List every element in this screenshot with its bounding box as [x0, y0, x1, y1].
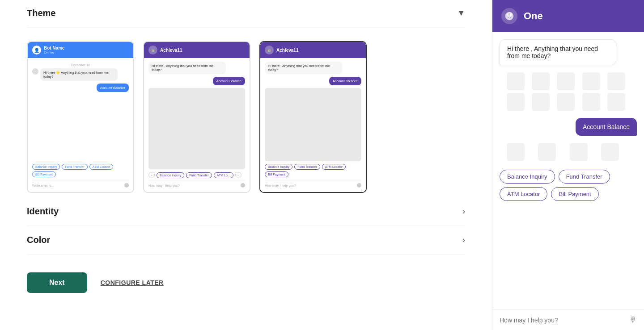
theme-card-3[interactable]: 🤖 Achieva11 Hi there , Anything that you… [259, 41, 367, 193]
icon-cell-4 [582, 72, 600, 90]
chat-qr-bill[interactable]: Bill Payment [551, 187, 598, 201]
mini-input-row-1: Write a reply... [32, 180, 129, 188]
mini-bubble-greeting-1: Hi there 🌟 Anything that you need from m… [40, 68, 118, 81]
color-section-header[interactable]: Color › [27, 235, 465, 245]
mini-bubble-greeting-3: Hi there , Anything that you need from m… [265, 62, 342, 74]
mini-nav-arrows-2: ‹ Balance Inquiry Fund Transfer ATM Lo..… [148, 172, 245, 178]
main-layout: Theme ▼ 👤 Bot Name Online December 18 [0, 0, 644, 330]
chat-bubble-user-message: Account Balance [576, 118, 637, 136]
mini-qr-atm-2[interactable]: ATM Lo... [214, 172, 233, 178]
mini-input-placeholder-1: Write a reply... [32, 184, 123, 188]
mini-bot-status-1: Online [44, 50, 65, 54]
chat-qr-fund[interactable]: Fund Transfer [559, 170, 610, 184]
icon-cell-6 [507, 93, 525, 111]
mini-msg-row-1: Hi there 🌟 Anything that you need from m… [32, 68, 129, 81]
icon-cell-1 [507, 72, 525, 90]
color-section: Color › [27, 226, 465, 255]
mini-quick-replies-1: Balance Inquiry Fund Transfer ATM Locato… [32, 164, 129, 177]
theme-section-title: Theme [27, 8, 55, 18]
icon-cell-10 [607, 93, 625, 111]
mini-qr-balance-1[interactable]: Balance Inquiry [32, 164, 60, 170]
mini-input-placeholder-3: How may I help you? [265, 184, 355, 188]
icon-cell-13 [570, 143, 588, 161]
mini-qr-atm-3[interactable]: ATM Locator [322, 164, 346, 170]
chat-bubble-bot-greeting: Hi there , Anything that you need from m… [500, 39, 616, 65]
mini-header-3: 🤖 Achieva11 [260, 42, 366, 58]
mini-bot-name-3: Achieva11 [276, 48, 298, 53]
chat-icon-grid [500, 70, 637, 113]
mini-avatar-1: 👤 [32, 46, 41, 54]
color-section-arrow: › [462, 235, 465, 245]
chat-header-title: One [524, 10, 543, 22]
mini-input-row-3: How may I help you? [265, 180, 361, 188]
mini-qr-balance-3[interactable]: Balance Inquiry [265, 164, 292, 170]
mini-prev-arrow-2[interactable]: ‹ [148, 172, 155, 178]
icon-cell-9 [582, 93, 600, 111]
icon-cell-3 [557, 72, 575, 90]
mini-msg-row-2: Hi there , Anything that you need from m… [148, 62, 245, 74]
mini-avatar-2: 🤖 [148, 46, 157, 54]
mini-header-1: 👤 Bot Name Online [28, 42, 133, 58]
left-panel: Theme ▼ 👤 Bot Name Online December 18 [0, 0, 492, 330]
mini-input-row-2: How may I help you? [148, 180, 245, 188]
mini-qr-balance-2[interactable]: Balance Inquiry [157, 172, 184, 178]
chat-qr-atm[interactable]: ATM Locator [500, 187, 547, 201]
mini-mic-3 [357, 183, 361, 188]
chat-header-icon [501, 8, 517, 24]
chat-header: One [492, 0, 644, 32]
icon-cell-12 [538, 143, 556, 161]
identity-section-arrow: › [462, 207, 465, 216]
theme-card-1[interactable]: 👤 Bot Name Online December 18 Hi there 🌟… [27, 41, 134, 193]
icon-cell-14 [601, 143, 619, 161]
next-button[interactable]: Next [27, 272, 87, 293]
mini-bot-name-1: Bot Name [44, 46, 65, 50]
mini-avatar-3: 🤖 [265, 46, 274, 54]
chat-mic-icon[interactable]: 🎙 [629, 315, 637, 325]
mini-qr-fund-2[interactable]: Fund Transfer [186, 172, 212, 178]
configure-later-button[interactable]: CONFIGURE LATER [101, 279, 164, 286]
mini-bubble-user-3: Account Balance [329, 77, 361, 85]
icon-cell-8 [557, 93, 575, 111]
mini-header-info-1: Bot Name Online [44, 46, 65, 54]
mini-bot-icon-1 [32, 68, 38, 75]
right-panel: One Hi there , Anything that you need fr… [492, 0, 644, 330]
icon-cell-2 [532, 72, 550, 90]
chat-input[interactable] [500, 317, 625, 324]
mini-bubble-user-2: Account Balance [213, 77, 245, 85]
theme-section-arrow: ▼ [457, 8, 465, 18]
mini-date-1: December 18 [32, 63, 129, 67]
mini-mic-1 [124, 183, 129, 188]
icon-cell-7 [532, 93, 550, 111]
mini-input-placeholder-2: How may I help you? [148, 184, 239, 188]
chat-icon-grid-2 [500, 140, 637, 163]
mini-qr-fund-1[interactable]: Fund Transfer [62, 164, 88, 170]
mini-qr-bill-1[interactable]: Bill Payment [32, 171, 56, 177]
identity-section: Identity › [27, 197, 465, 226]
icon-cell-11 [507, 143, 525, 161]
mini-bubble-greeting-2: Hi there , Anything that you need from m… [148, 62, 226, 74]
mini-msg-row-3: Hi there , Anything that you need from m… [265, 62, 361, 74]
mini-header-info-2: Achieva11 [160, 48, 182, 53]
mini-qr-atm-1[interactable]: ATM Locator [89, 164, 114, 170]
chat-body: Hi there , Anything that you need from m… [492, 32, 644, 309]
chat-quick-replies: Balance Inquiry Fund Transfer ATM Locato… [500, 170, 637, 201]
mini-bubble-user-1: Account Balance [97, 84, 129, 92]
identity-section-title: Identity [27, 206, 59, 217]
theme-cards-container: 👤 Bot Name Online December 18 Hi there 🌟… [27, 28, 465, 197]
theme-section-header[interactable]: Theme ▼ [27, 0, 465, 28]
chat-input-row: 🎙 [492, 309, 644, 330]
mini-next-arrow-2[interactable]: › [235, 172, 242, 178]
chat-qr-balance[interactable]: Balance Inquiry [500, 170, 555, 184]
bottom-actions: Next CONFIGURE LATER [27, 255, 465, 302]
mini-quick-replies-3: Balance Inquiry Fund Transfer ATM Locato… [265, 164, 361, 177]
icon-cell-5 [607, 72, 625, 90]
mini-header-info-3: Achieva11 [276, 48, 298, 53]
mini-qr-bill-3[interactable]: Bill Payment [265, 171, 288, 177]
theme-card-2[interactable]: 🤖 Achieva11 Hi there , Anything that you… [143, 41, 250, 193]
mini-header-2: 🤖 Achieva11 [144, 42, 250, 58]
mini-qr-fund-3[interactable]: Fund Transfer [294, 164, 320, 170]
mini-mic-2 [241, 183, 245, 188]
identity-section-header[interactable]: Identity › [27, 206, 465, 217]
mini-bot-name-2: Achieva11 [160, 48, 182, 53]
color-section-title: Color [27, 235, 50, 245]
